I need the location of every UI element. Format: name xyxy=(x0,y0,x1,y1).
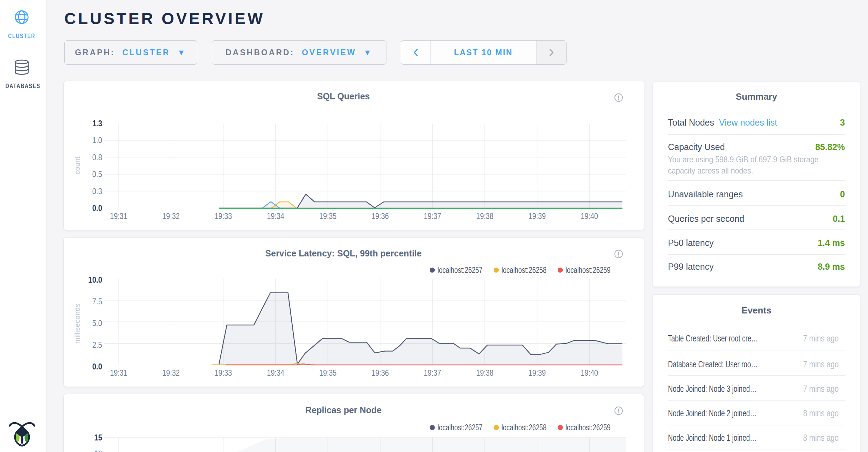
svg-text:19:31: 19:31 xyxy=(110,368,127,377)
svg-text:19:40: 19:40 xyxy=(581,211,598,221)
svg-text:19:35: 19:35 xyxy=(319,368,337,377)
svg-text:19:36: 19:36 xyxy=(371,368,389,377)
svg-text:19:34: 19:34 xyxy=(267,211,284,221)
svg-text:Service Latency: SQL, 99th per: Service Latency: SQL, 99th percentile xyxy=(265,248,421,258)
svg-text:19:37: 19:37 xyxy=(424,368,441,377)
svg-text:19:31: 19:31 xyxy=(110,211,127,221)
svg-text:19:37: 19:37 xyxy=(424,211,441,221)
svg-text:10: 10 xyxy=(94,449,102,452)
svg-text:localhost:26258: localhost:26258 xyxy=(501,266,547,274)
svg-text:19:33: 19:33 xyxy=(215,368,232,377)
svg-text:19:39: 19:39 xyxy=(528,211,546,221)
svg-text:SQL Queries: SQL Queries xyxy=(317,91,370,101)
svg-text:5.0: 5.0 xyxy=(92,318,102,328)
svg-text:1.0: 1.0 xyxy=(92,135,102,145)
svg-text:19:34: 19:34 xyxy=(267,368,284,377)
svg-text:1.3: 1.3 xyxy=(92,119,102,128)
svg-text:0.5: 0.5 xyxy=(92,169,102,179)
svg-text:0.0: 0.0 xyxy=(92,362,102,371)
svg-text:19:35: 19:35 xyxy=(319,211,337,221)
svg-text:19:33: 19:33 xyxy=(215,211,232,221)
svg-text:milliseconds: milliseconds xyxy=(73,304,81,344)
svg-text:0.0: 0.0 xyxy=(92,203,102,213)
svg-text:localhost:26257: localhost:26257 xyxy=(437,423,483,432)
svg-text:19:38: 19:38 xyxy=(476,211,493,221)
svg-text:localhost:26259: localhost:26259 xyxy=(565,266,611,274)
svg-text:Replicas per Node: Replicas per Node xyxy=(305,405,382,415)
svg-text:2.5: 2.5 xyxy=(92,340,102,349)
svg-text:localhost:26257: localhost:26257 xyxy=(437,266,483,274)
svg-text:19:32: 19:32 xyxy=(162,368,180,377)
svg-text:19:32: 19:32 xyxy=(162,211,180,221)
svg-text:localhost:26259: localhost:26259 xyxy=(565,423,611,432)
svg-text:10.0: 10.0 xyxy=(88,275,102,285)
svg-text:19:40: 19:40 xyxy=(581,368,598,377)
svg-text:19:36: 19:36 xyxy=(371,211,389,221)
svg-text:7.5: 7.5 xyxy=(92,297,102,306)
svg-text:19:38: 19:38 xyxy=(476,368,493,377)
svg-text:count: count xyxy=(73,156,81,175)
svg-text:0.8: 0.8 xyxy=(92,153,102,162)
svg-text:localhost:26258: localhost:26258 xyxy=(501,423,547,432)
svg-text:0.3: 0.3 xyxy=(92,186,102,196)
svg-text:19:39: 19:39 xyxy=(528,368,546,377)
svg-text:15: 15 xyxy=(94,433,102,442)
